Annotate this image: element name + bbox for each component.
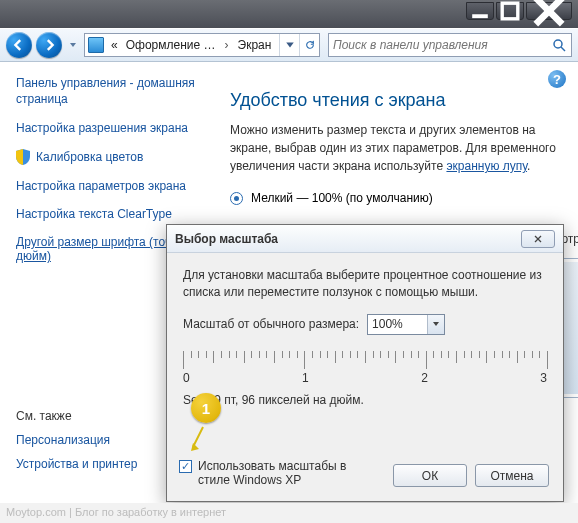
svg-line-8 <box>193 427 203 447</box>
window-titlebar <box>0 0 578 28</box>
sidebar-item-calibration[interactable]: Калибровка цветов <box>16 149 202 165</box>
magnifier-link[interactable]: экранную лупу <box>446 159 527 173</box>
sidebar-item-resolution[interactable]: Настройка разрешения экрана <box>16 121 202 135</box>
search-box[interactable] <box>328 33 572 57</box>
search-input[interactable] <box>329 38 547 52</box>
cancel-button[interactable]: Отмена <box>475 464 549 487</box>
sidebar-item-label: Калибровка цветов <box>36 150 143 164</box>
close-button[interactable] <box>526 2 572 20</box>
breadcrumb-dropdown-icon[interactable] <box>279 34 299 56</box>
xp-scale-checkbox-row[interactable]: ✓ Использовать масштабы в стиле Windows … <box>179 459 359 487</box>
see-also: См. также Персонализация Устройства и пр… <box>16 409 137 485</box>
checkbox-label: Использовать масштабы в стиле Windows XP <box>198 459 359 487</box>
window-buttons <box>466 2 572 20</box>
back-button[interactable] <box>6 32 32 58</box>
checkbox-icon[interactable]: ✓ <box>179 460 192 473</box>
see-also-title: См. также <box>16 409 137 423</box>
maximize-button[interactable] <box>496 2 524 20</box>
radio-icon[interactable] <box>230 192 243 205</box>
ruler-mark-1: 1 <box>302 371 309 385</box>
desc-post: . <box>527 159 530 173</box>
dialog-close-button[interactable] <box>521 230 555 248</box>
ruler-mark-0: 0 <box>183 371 190 385</box>
option-label: Мелкий — 100% (по умолчанию) <box>251 191 433 205</box>
ruler-mark-3: 3 <box>540 371 547 385</box>
size-option-small[interactable]: Мелкий — 100% (по умолчанию) <box>230 191 562 205</box>
sidebar-item-cleartype[interactable]: Настройка текста ClearType <box>16 207 202 221</box>
breadcrumb-seg2[interactable]: Экран <box>234 38 276 52</box>
svg-rect-1 <box>502 3 518 19</box>
refresh-icon[interactable] <box>299 34 319 56</box>
ruler-mark-2: 2 <box>421 371 428 385</box>
dialog-body: Для установки масштаба выберите процентн… <box>167 253 563 501</box>
forward-button[interactable] <box>36 32 62 58</box>
page-title: Удобство чтения с экрана <box>230 90 562 111</box>
dialog-intro: Для установки масштаба выберите процентн… <box>183 267 547 302</box>
sidebar-header-link[interactable]: Панель управления - домашняя страница <box>16 76 202 107</box>
scale-dialog: Выбор масштаба Для установки масштаба вы… <box>166 224 564 502</box>
sample-text: Sego 9 пт, 96 пикселей на дюйм. <box>183 393 547 407</box>
address-bar[interactable]: « Оформление … › Экран <box>84 33 320 57</box>
minimize-button[interactable] <box>466 2 494 20</box>
svg-line-5 <box>561 47 565 51</box>
dialog-titlebar[interactable]: Выбор масштаба <box>167 225 563 253</box>
see-also-personalization[interactable]: Персонализация <box>16 433 137 447</box>
breadcrumb-prefix: « <box>107 38 122 52</box>
nav-toolbar: « Оформление … › Экран <box>0 28 578 62</box>
location-icon <box>88 37 104 53</box>
shield-icon <box>16 149 30 165</box>
svg-point-4 <box>554 40 562 48</box>
ruler-slider[interactable]: 0 1 2 3 <box>183 341 547 385</box>
history-dropdown-icon[interactable] <box>66 35 80 55</box>
ok-button[interactable]: ОК <box>393 464 467 487</box>
footer-watermark: Moytop.com | Блог по заработку в интерне… <box>0 503 578 523</box>
callout-arrow-icon <box>189 423 219 453</box>
help-icon[interactable]: ? <box>548 70 566 88</box>
dialog-title: Выбор масштаба <box>175 232 278 246</box>
see-also-devices[interactable]: Устройства и принтер <box>16 457 137 471</box>
page-description: Можно изменить размер текста и других эл… <box>230 121 562 175</box>
sidebar-item-display-params[interactable]: Настройка параметров экрана <box>16 179 202 193</box>
scale-value: 100% <box>372 317 403 331</box>
search-icon[interactable] <box>547 34 571 56</box>
scale-combobox[interactable]: 100% <box>367 314 445 335</box>
chevron-down-icon[interactable] <box>427 315 444 334</box>
scale-label: Масштаб от обычного размера: <box>183 317 359 331</box>
breadcrumb-sep: › <box>220 38 234 52</box>
breadcrumb-seg1[interactable]: Оформление … <box>122 38 220 52</box>
callout-badge: 1 <box>191 393 221 423</box>
